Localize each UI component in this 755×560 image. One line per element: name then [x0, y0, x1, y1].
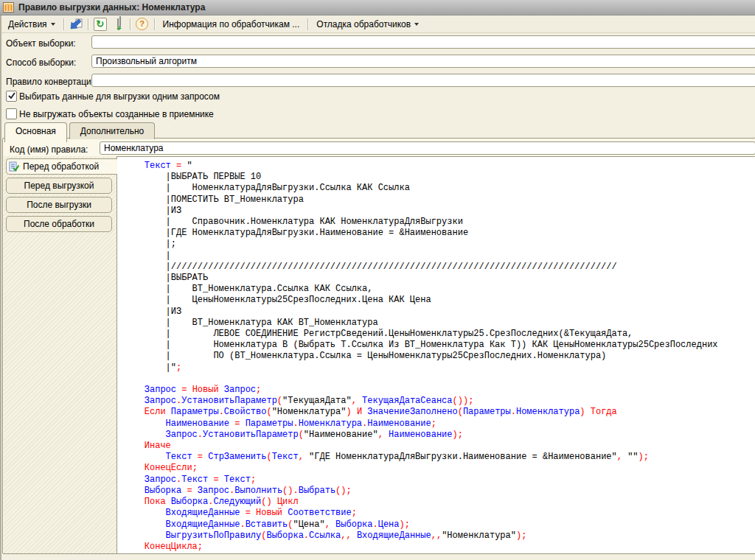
code-line: ВыгрузитьПоПравилу(Выборка.Ссылка,, Вход…	[123, 531, 755, 542]
selection-method-label: Способ выборки:	[6, 57, 76, 68]
code-line: | НоменклатураДляВыгрузки.Ссылка КАК Ссы…	[123, 183, 755, 194]
code-line: Запрос.УстановитьПараметр("Наименование"…	[123, 430, 755, 441]
single-query-checkbox-label: Выбирать данные для выгрузки одним запро…	[19, 91, 220, 102]
code-line: Запрос.УстановитьПараметр("ТекущаяДата",…	[123, 396, 755, 407]
title-bar[interactable]: Правило выгрузки данных: Номенклатура	[0, 0, 755, 15]
tab-additional[interactable]: Дополнительно	[69, 122, 155, 139]
checkmark-icon	[7, 91, 17, 101]
selection-object-input[interactable]	[91, 35, 755, 49]
code-text: Текст = " |ВЫБРАТЬ ПЕРВЫЕ 10 | Номенклат…	[123, 161, 755, 553]
help-button[interactable]: ?	[134, 17, 150, 32]
handler-tab-label: После обработки	[24, 219, 94, 229]
code-line: | Справочник.Номенклатура КАК Номенклату…	[123, 217, 755, 228]
conversion-rule-label: Правило конвертации:	[6, 77, 99, 87]
handler-tab-after-processing[interactable]: После обработки	[6, 216, 112, 232]
handler-debug-button-label: Отладка обработчиков	[316, 19, 411, 29]
copy-add-button[interactable]: +	[110, 17, 126, 32]
refresh-button[interactable]: ↻	[92, 17, 108, 32]
code-line: |	[123, 251, 755, 262]
code-line: Пока Выборка.Следующий() Цикл	[123, 497, 755, 508]
code-line: |ИЗ	[123, 307, 755, 318]
rule-code-input[interactable]: Номенклатура	[100, 141, 755, 155]
code-line: | ЛЕВОЕ СОЕДИНЕНИЕ РегистрСведений.ЦеныН…	[123, 329, 755, 340]
code-line: |ИЗ	[123, 206, 755, 217]
code-line: |ВЫБРАТЬ ПЕРВЫЕ 10	[123, 172, 755, 183]
code-line: |ГДЕ НоменклатураДляВыгрузки.Наименовани…	[123, 228, 755, 239]
tab-strip: Основная Дополнительно	[4, 122, 155, 139]
skip-receiver-objects-checkbox-label: Не выгружать объекты созданные в приемни…	[19, 109, 214, 119]
conversion-rule-input[interactable]	[91, 74, 755, 87]
designer-window: Правило выгрузки данных: Номенклатура Де…	[0, 0, 755, 560]
actions-button-label: Действия	[8, 19, 47, 29]
handler-info-button[interactable]: Информация по обработчикам ...	[159, 18, 305, 31]
selection-object-label: Объект выборки:	[6, 38, 76, 49]
toolbar: Действия ↻ + ?	[0, 15, 755, 33]
handler-info-button-label: Информация по обработчикам ...	[163, 19, 300, 29]
save-button[interactable]	[68, 17, 84, 32]
window-left-border	[0, 15, 1, 560]
code-line: Запрос.Текст = Текст;	[123, 475, 755, 486]
code-line: | ВТ_Номенклатура КАК ВТ_Номенклатура	[123, 318, 755, 329]
code-line: |";	[123, 363, 755, 374]
help-icon: ?	[136, 18, 148, 30]
handler-tab-after-export[interactable]: После выгрузки	[6, 197, 112, 213]
code-line: КонецЦикла;	[123, 542, 755, 553]
code-line: Иначе	[123, 441, 755, 452]
code-line: Текст = "	[123, 161, 755, 172]
main-tab-panel: Код (имя) правила: Номенклатура Перед об…	[2, 138, 755, 554]
code-line: | ЦеныНоменклатуры25СрезПоследних.Цена К…	[123, 295, 755, 306]
handler-debug-button[interactable]: Отладка обработчиков	[312, 18, 423, 31]
selection-method-input[interactable]: Произвольный алгоритм	[91, 55, 755, 68]
code-line: |ВЫБРАТЬ	[123, 273, 755, 284]
code-line: КонецЕсли;	[123, 463, 755, 474]
code-line	[123, 374, 755, 385]
toolbar-separator	[154, 18, 155, 30]
single-query-checkbox[interactable]	[6, 91, 17, 102]
code-line: | Номенклатура В (Выбрать Т.Ссылка Из ВТ…	[123, 340, 755, 351]
code-line: | ПО (ВТ_Номенклатура.Ссылка = ЦеныНомен…	[123, 351, 755, 362]
handler-tab-label: Перед обработкой	[23, 161, 99, 172]
refresh-icon: ↻	[94, 18, 107, 31]
chevron-down-icon	[51, 23, 55, 26]
handler-tab-before-processing[interactable]: Перед обработкой	[6, 158, 117, 175]
skip-receiver-objects-checkbox[interactable]	[6, 108, 17, 119]
code-line: Выборка = Запрос.Выполнить().Выбрать();	[123, 486, 755, 497]
toolbar-separator	[130, 18, 131, 30]
rule-code-label: Код (имя) правила:	[10, 144, 88, 155]
handler-tab-label: Перед выгрузкой	[24, 181, 94, 191]
code-line: |///////////////////////////////////////…	[123, 262, 755, 273]
code-editor[interactable]: Текст = " |ВЫБРАТЬ ПЕРВЫЕ 10 | Номенклат…	[116, 156, 755, 553]
window-title: Правило выгрузки данных: Номенклатура	[18, 2, 205, 13]
copy-add-icon: +	[117, 19, 119, 29]
handler-tab-before-export[interactable]: Перед выгрузкой	[6, 178, 112, 194]
save-arrow-icon	[69, 18, 83, 30]
code-line: Наименование = Параметры.Номенклатура.На…	[123, 419, 755, 430]
code-line: ВходящиеДанные.Вставить("Цена", Выборка.…	[123, 519, 755, 531]
code-line: |;	[123, 239, 755, 250]
toolbar-separator	[88, 18, 88, 30]
chevron-down-icon	[414, 23, 419, 26]
handler-document-check-icon	[9, 161, 20, 172]
actions-button[interactable]: Действия	[4, 18, 60, 31]
code-line: |ПОМЕСТИТЬ ВТ_Номенклатура	[123, 195, 755, 206]
code-line: Текст = СтрЗаменить(Текст, "ГДЕ Номенкла…	[123, 452, 755, 463]
code-line: Запрос = Новый Запрос;	[123, 385, 755, 396]
code-line: Если Параметры.Свойство("Номенклатура") …	[123, 407, 755, 418]
table-icon	[3, 2, 15, 13]
code-line: | ВТ_Номенклатура.Ссылка КАК Ссылка,	[123, 284, 755, 295]
code-line: ВходящиеДанные = Новый Соответствие;	[123, 508, 755, 519]
handler-tabs-panel: Перед обработкой Перед выгрузкой После в…	[4, 156, 116, 553]
handler-tab-label: После выгрузки	[27, 200, 91, 210]
tab-main[interactable]: Основная	[4, 122, 67, 142]
toolbar-separator	[307, 18, 308, 30]
toolbar-separator	[63, 18, 64, 30]
